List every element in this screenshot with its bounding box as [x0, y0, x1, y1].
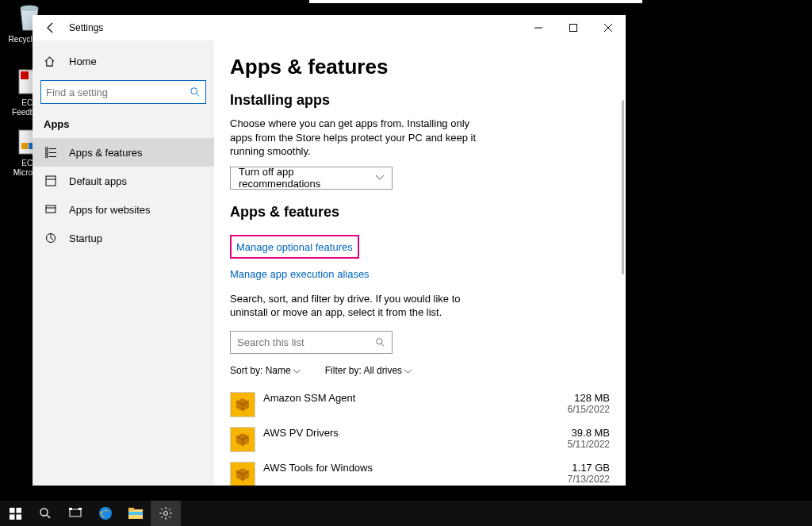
package-icon	[230, 392, 255, 417]
sort-label: Sort by:	[230, 365, 262, 376]
sidebar-item-default-apps[interactable]: Default apps	[33, 167, 214, 195]
page-title: Apps & features	[230, 55, 610, 79]
app-list-search[interactable]	[230, 331, 393, 354]
sidebar-search-input[interactable]	[46, 86, 190, 98]
sidebar-item-label: Apps for websites	[69, 204, 151, 216]
search-icon	[375, 337, 385, 347]
svg-line-47	[161, 509, 163, 510]
app-date: 7/13/2022	[554, 474, 610, 485]
installing-desc: Choose where you can get apps from. Inst…	[230, 117, 476, 159]
app-size: 39.8 MB	[554, 427, 610, 439]
svg-rect-14	[45, 152, 48, 154]
app-name: AWS PV Drivers	[263, 427, 554, 439]
search-icon	[190, 86, 201, 98]
app-list-item[interactable]: AWS Tools for Windows 1.17 GB7/13/2022	[230, 457, 610, 486]
svg-point-25	[377, 338, 382, 344]
titlebar: Settings	[33, 15, 626, 40]
app-date: 5/11/2022	[554, 439, 610, 450]
app-date: 6/15/2022	[554, 404, 610, 415]
artifact	[309, 0, 642, 3]
svg-rect-31	[10, 514, 15, 520]
taskbar-edge[interactable]	[90, 501, 121, 526]
taskbar-search-button[interactable]	[30, 501, 60, 526]
sidebar-item-label: Default apps	[69, 175, 127, 187]
task-view-button[interactable]	[60, 501, 90, 526]
search-desc: Search, sort, and filter by drive. If yo…	[230, 292, 492, 320]
svg-rect-2	[21, 71, 29, 79]
sidebar-item-apps-features[interactable]: Apps & features	[33, 138, 214, 167]
dropdown-value: Turn off app recommendations	[239, 166, 376, 190]
svg-rect-37	[79, 508, 82, 510]
taskbar	[0, 501, 812, 526]
svg-line-49	[169, 509, 170, 510]
app-list-item[interactable]: AWS PV Drivers 39.8 MB5/11/2022	[230, 422, 610, 457]
svg-line-34	[47, 515, 50, 518]
scrollbar[interactable]	[622, 100, 624, 275]
section-features: Apps & features	[230, 204, 610, 221]
svg-rect-7	[570, 25, 577, 32]
list-icon	[44, 147, 58, 158]
main-content: Apps & features Installing apps Choose w…	[214, 40, 626, 486]
svg-line-50	[161, 516, 163, 518]
svg-rect-35	[70, 509, 81, 516]
installing-dropdown[interactable]: Turn off app recommendations	[230, 167, 393, 190]
taskbar-explorer[interactable]	[121, 501, 151, 526]
manage-optional-features-link[interactable]: Manage optional features	[236, 241, 353, 253]
app-list: Amazon SSM Agent 128 MB6/15/2022 AWS PV …	[230, 387, 610, 486]
svg-rect-29	[10, 508, 15, 513]
sidebar-search[interactable]	[40, 80, 206, 104]
svg-point-10	[191, 88, 197, 94]
filter-label: Filter by:	[325, 365, 362, 376]
svg-line-48	[169, 516, 170, 518]
manage-aliases-link[interactable]: Manage app execution aliases	[230, 268, 370, 280]
svg-rect-40	[128, 508, 134, 511]
sidebar-item-apps-websites[interactable]: Apps for websites	[33, 195, 214, 224]
home-icon	[44, 56, 58, 67]
svg-rect-4	[21, 143, 28, 149]
svg-point-0	[21, 6, 38, 10]
back-button[interactable]	[39, 16, 63, 40]
maximize-button[interactable]	[556, 16, 591, 40]
svg-line-26	[381, 344, 384, 346]
desktop: Recycle Bin EC2 Feedback EC2 Microsoft S…	[0, 0, 812, 526]
svg-line-11	[197, 94, 200, 97]
minimize-button[interactable]	[521, 16, 556, 40]
filter-dropdown[interactable]: All drives	[363, 365, 412, 376]
close-button[interactable]	[591, 16, 626, 40]
svg-rect-41	[128, 512, 143, 515]
sidebar: Home Apps Apps & features Default apps	[33, 40, 214, 486]
app-name: Amazon SSM Agent	[263, 392, 554, 404]
svg-rect-32	[16, 514, 21, 520]
section-installing: Installing apps	[230, 92, 610, 109]
settings-window: Settings Home	[33, 15, 626, 486]
start-button[interactable]	[0, 501, 30, 526]
sidebar-item-label: Apps & features	[69, 147, 143, 159]
app-name: AWS Tools for Windows	[263, 462, 554, 474]
svg-rect-36	[69, 508, 72, 510]
svg-rect-30	[16, 508, 21, 513]
web-icon	[44, 204, 58, 215]
window-title: Settings	[69, 22, 103, 33]
chevron-down-icon	[376, 175, 384, 180]
startup-icon	[44, 232, 58, 244]
defaults-icon	[44, 175, 58, 186]
sort-filter-row: Sort by: Name Filter by: All drives	[230, 365, 610, 376]
sidebar-item-label: Startup	[69, 232, 102, 244]
sort-dropdown[interactable]: Name	[266, 365, 301, 376]
sidebar-section-label: Apps	[33, 109, 214, 138]
svg-rect-18	[46, 176, 56, 186]
taskbar-settings[interactable]	[151, 501, 181, 526]
svg-rect-12	[45, 148, 48, 150]
svg-rect-20	[46, 205, 56, 213]
sidebar-home-label: Home	[69, 56, 97, 67]
svg-rect-16	[45, 155, 48, 158]
sidebar-item-startup[interactable]: Startup	[33, 224, 214, 252]
sidebar-home[interactable]: Home	[33, 47, 214, 75]
app-list-search-input[interactable]	[237, 336, 375, 348]
svg-point-33	[40, 509, 48, 516]
highlight-annotation: Manage optional features	[230, 235, 359, 259]
app-list-item[interactable]: Amazon SSM Agent 128 MB6/15/2022	[230, 387, 610, 422]
app-size: 1.17 GB	[554, 462, 610, 474]
package-icon	[230, 427, 255, 452]
svg-line-24	[51, 238, 53, 240]
